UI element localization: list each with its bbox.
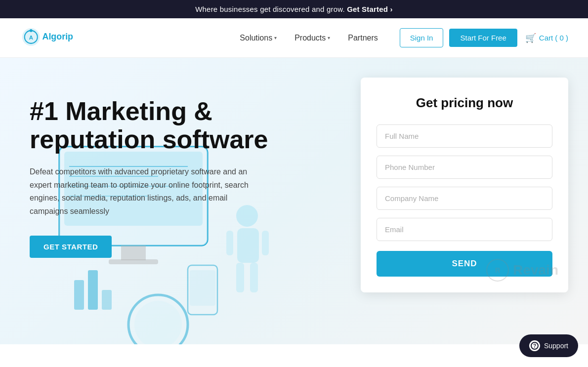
svg-point-14 bbox=[128, 295, 188, 344]
hero-section: #1 Marketing & reputation software Defea… bbox=[0, 58, 588, 344]
svg-point-15 bbox=[134, 301, 182, 344]
logo-link[interactable]: A Algorip bbox=[20, 24, 84, 51]
support-help-icon: ? bbox=[531, 342, 539, 344]
svg-rect-26 bbox=[88, 270, 98, 310]
svg-rect-25 bbox=[74, 280, 84, 310]
cart-link[interactable]: 🛒 Cart ( 0 ) bbox=[525, 33, 568, 43]
banner-cta[interactable]: Get Started bbox=[347, 5, 393, 13]
nav-solutions[interactable]: Solutions ▾ bbox=[233, 30, 284, 46]
full-name-group bbox=[377, 124, 552, 148]
banner-text: Where businesses get discovered and grow… bbox=[195, 5, 345, 13]
start-free-button[interactable]: Start For Free bbox=[449, 29, 517, 47]
email-group bbox=[377, 218, 552, 241]
revain-text: Revain bbox=[513, 262, 558, 278]
logo-image: A Algorip bbox=[20, 24, 84, 51]
phone-number-input[interactable] bbox=[377, 156, 552, 179]
svg-rect-19 bbox=[236, 263, 244, 292]
full-name-input[interactable] bbox=[377, 124, 552, 148]
support-circle-icon: ? bbox=[529, 340, 540, 344]
nav-products[interactable]: Products ▾ bbox=[288, 30, 337, 46]
svg-point-3 bbox=[30, 29, 33, 32]
revain-watermark: R Revain bbox=[485, 258, 558, 283]
revain-icon: R bbox=[485, 258, 510, 283]
support-button[interactable]: ? Support bbox=[519, 334, 578, 344]
support-label: Support bbox=[544, 342, 568, 344]
svg-text:R: R bbox=[495, 266, 500, 274]
phone-number-group bbox=[377, 156, 552, 179]
top-banner: Where businesses get discovered and grow… bbox=[0, 0, 588, 18]
nav-buttons: Sign In Start For Free bbox=[400, 28, 517, 47]
svg-text:Algorip: Algorip bbox=[42, 32, 74, 41]
company-name-input[interactable] bbox=[377, 187, 552, 210]
solutions-chevron-icon: ▾ bbox=[274, 35, 277, 41]
svg-rect-27 bbox=[102, 290, 112, 310]
hero-description: Defeat competitors with advanced proprie… bbox=[30, 165, 267, 218]
get-started-button[interactable]: GET STARTED bbox=[30, 236, 112, 258]
cart-icon: 🛒 bbox=[525, 33, 536, 43]
pricing-form-panel: Get pricing now SEND R Revain bbox=[361, 78, 568, 292]
cart-label: Cart ( 0 ) bbox=[539, 34, 568, 42]
nav-links: Solutions ▾ Products ▾ Partners bbox=[233, 30, 384, 46]
navbar: A Algorip Solutions ▾ Products ▾ Partner… bbox=[0, 18, 588, 58]
svg-text:A: A bbox=[29, 35, 33, 41]
form-title: Get pricing now bbox=[377, 95, 552, 111]
products-chevron-icon: ▾ bbox=[328, 35, 330, 41]
hero-content: #1 Marketing & reputation software Defea… bbox=[30, 78, 341, 258]
hero-title: #1 Marketing & reputation software bbox=[30, 97, 341, 154]
svg-rect-20 bbox=[250, 263, 258, 292]
company-name-group bbox=[377, 187, 552, 210]
nav-partners[interactable]: Partners bbox=[341, 30, 384, 46]
svg-rect-24 bbox=[190, 270, 215, 306]
svg-rect-23 bbox=[188, 265, 217, 315]
sign-in-button[interactable]: Sign In bbox=[400, 28, 444, 47]
svg-rect-13 bbox=[109, 259, 158, 264]
email-input[interactable] bbox=[377, 218, 552, 241]
